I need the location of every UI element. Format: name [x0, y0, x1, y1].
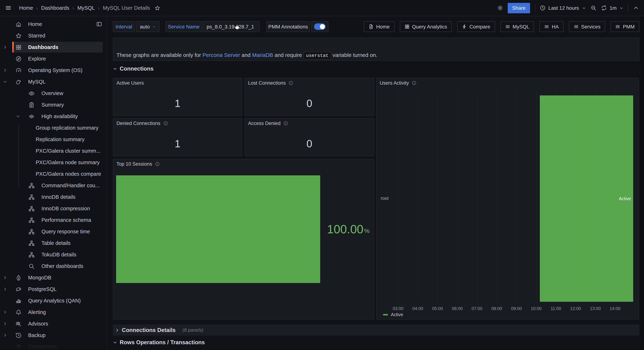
state-bar-label: Active	[619, 196, 631, 201]
mariadb-link[interactable]: MariaDB	[252, 52, 273, 58]
sidebar-item-home[interactable]: Home	[0, 18, 106, 30]
sidebar-item-postgresql[interactable]: PostgreSQL	[0, 283, 106, 295]
sidebar-item-command-handler-cou[interactable]: Command/Handler cou...	[0, 180, 106, 191]
info-icon[interactable]	[284, 121, 288, 126]
equalizer-icon	[28, 113, 34, 119]
sidebar-item-other-dashboards[interactable]: Other dashboards	[0, 260, 106, 272]
sidebar-item-innodb-details[interactable]: InnoDB details	[0, 191, 106, 203]
sitemap-icon	[28, 182, 34, 188]
dashboard-link-mysql[interactable]: MySQL	[500, 21, 534, 32]
sidebar-item-pxc-galera-cluster-summ[interactable]: PXC/Galera cluster summ...	[0, 145, 106, 157]
breadcrumb-mysql[interactable]: MySQL	[77, 5, 95, 11]
sitemap-icon	[28, 217, 34, 223]
sidebar-item-mongodb[interactable]: MongoDB	[0, 272, 106, 283]
sidebar-item-label: Explore	[28, 56, 46, 62]
scrollbar-track[interactable]	[640, 16, 644, 350]
sidebar-item-query-response-time[interactable]: Query response time	[0, 226, 106, 237]
chevron-down-icon	[3, 80, 7, 84]
refresh-picker[interactable]: 1m	[601, 5, 624, 11]
legend-label: Active	[391, 312, 403, 317]
breadcrumb-dashboards[interactable]: Dashboards	[41, 5, 69, 11]
sidebar-item-performance-schema[interactable]: Performance schema	[0, 214, 106, 226]
dashboard-main: Interval auto Service Name ps_8.0_3.19.2…	[107, 16, 644, 350]
sidebar-item-explore[interactable]: Explore	[0, 53, 106, 64]
dashboard-settings-gear-icon[interactable]	[498, 5, 503, 11]
time-range-picker[interactable]: Last 12 hours	[540, 5, 586, 11]
breadcrumb-current-page: MySQL User Details	[103, 5, 150, 11]
menu-icon	[615, 24, 620, 29]
connections-details-row[interactable]: Connections Details (8 panels)	[113, 325, 639, 336]
toggle-knob	[320, 24, 325, 29]
sidebar-item-alerting[interactable]: Alerting	[0, 306, 106, 318]
divider	[534, 4, 535, 12]
sidebar-item-label: TokuDB details	[42, 252, 76, 257]
dashboard-link-ha[interactable]: HA	[540, 21, 564, 32]
sidebar-item-advisors[interactable]: Advisors	[0, 318, 106, 330]
sidebar-item-pxc-galera-nodes-compare[interactable]: PXC/Galera nodes compare	[0, 168, 106, 180]
sidebar-item-starred[interactable]: Starred	[0, 30, 106, 41]
info-icon[interactable]	[163, 121, 168, 126]
info-icon[interactable]	[155, 162, 160, 166]
sidebar-item-group-replication-summary[interactable]: Group replication summary	[0, 122, 106, 134]
chevron-right-icon	[3, 45, 7, 49]
sidebar-item-high-availability[interactable]: High availability	[0, 111, 106, 122]
users-activity-legend[interactable]: Active	[383, 312, 403, 317]
sidebar-item-label: Overview	[42, 90, 63, 96]
sidebar-item-operating-system-os[interactable]: Operating System (OS)	[0, 64, 106, 76]
chevron-down-icon	[113, 340, 117, 345]
users-activity-active-bar[interactable]: Active	[540, 95, 633, 302]
sidebar-item-tokudb-details[interactable]: TokuDB details	[0, 249, 106, 260]
dashboard-link-query-analytics[interactable]: Query Analytics	[400, 21, 452, 32]
zoom-out-icon[interactable]	[590, 5, 596, 11]
gauge-icon	[16, 67, 22, 73]
favorite-star-icon[interactable]	[155, 5, 160, 11]
dashboard-link-services[interactable]: Services	[569, 21, 605, 32]
sidebar-item-replication-summary[interactable]: Replication summary	[0, 134, 106, 145]
sidebar-item-query-analytics-qan[interactable]: Query Analytics (QAN)	[0, 295, 106, 306]
dashboard-link-home[interactable]: Home	[364, 21, 394, 32]
collapse-controls-chevron-up-icon[interactable]	[633, 5, 639, 11]
panel-title: Users Activity	[380, 80, 409, 86]
dock-sidebar-icon[interactable]	[96, 21, 102, 27]
users-activity-panel: Users Activity root Active 03:0004:0005:…	[376, 78, 639, 320]
gridline	[398, 90, 398, 303]
sidebar-indent-line	[18, 125, 19, 187]
share-button[interactable]: Share	[508, 3, 530, 13]
sidebar-item-label: Query response time	[42, 229, 90, 234]
clipboard-icon	[28, 102, 34, 108]
sidebar-item-innodb-compression[interactable]: InnoDB compression	[0, 203, 106, 214]
menu-icon	[574, 24, 578, 29]
sidebar-item-mysql[interactable]: MySQL	[0, 76, 106, 87]
breadcrumb-separator: ›	[98, 5, 100, 11]
sitemap-icon	[28, 194, 34, 200]
clock-icon	[540, 5, 546, 11]
sidebar-item-table-details[interactable]: Table details	[0, 237, 106, 249]
top-nav-right: Share Last 12 hours 1m	[498, 3, 639, 13]
sidebar-item-summary[interactable]: Summary	[0, 99, 106, 111]
sidebar-item-dashboards[interactable]: Dashboards	[0, 41, 106, 53]
refresh-interval-label: 1m	[610, 5, 616, 11]
dashboard-link-pmm[interactable]: PMM	[611, 21, 639, 32]
dashboard-link-compare[interactable]: Compare	[457, 21, 495, 32]
dashboard-link-label: PMM	[623, 24, 634, 29]
sidebar-item-overview[interactable]: Overview	[0, 87, 106, 99]
x-axis-tick-label: 10:00	[531, 306, 542, 311]
chevron-down-icon	[16, 114, 20, 119]
time-range-label: Last 12 hours	[548, 5, 579, 11]
hamburger-menu-icon[interactable]	[5, 5, 12, 11]
top-sessions-bar[interactable]	[116, 175, 320, 283]
service-name-dropdown[interactable]: ps_8.0_3.19.228.7_1	[203, 21, 260, 32]
info-icon[interactable]	[289, 81, 293, 85]
connections-section-header[interactable]: Connections	[113, 66, 154, 72]
percona-server-link[interactable]: Percona Server	[202, 52, 240, 58]
breadcrumb-home[interactable]: Home	[19, 5, 33, 11]
interval-variable-dropdown[interactable]: auto	[136, 21, 160, 32]
dashboard-link-label: HA	[552, 24, 559, 29]
gridline	[477, 90, 478, 303]
sidebar-item-pxc-galera-node-summary[interactable]: PXC/Galera node summary	[0, 157, 106, 168]
info-icon[interactable]	[412, 81, 416, 85]
gridline	[536, 90, 536, 303]
dashboard-link-label: MySQL	[512, 24, 529, 29]
pmm-annotations-toggle[interactable]	[314, 23, 326, 30]
rows-operations-section-header[interactable]: Rows Operations / Transactions	[113, 339, 205, 346]
